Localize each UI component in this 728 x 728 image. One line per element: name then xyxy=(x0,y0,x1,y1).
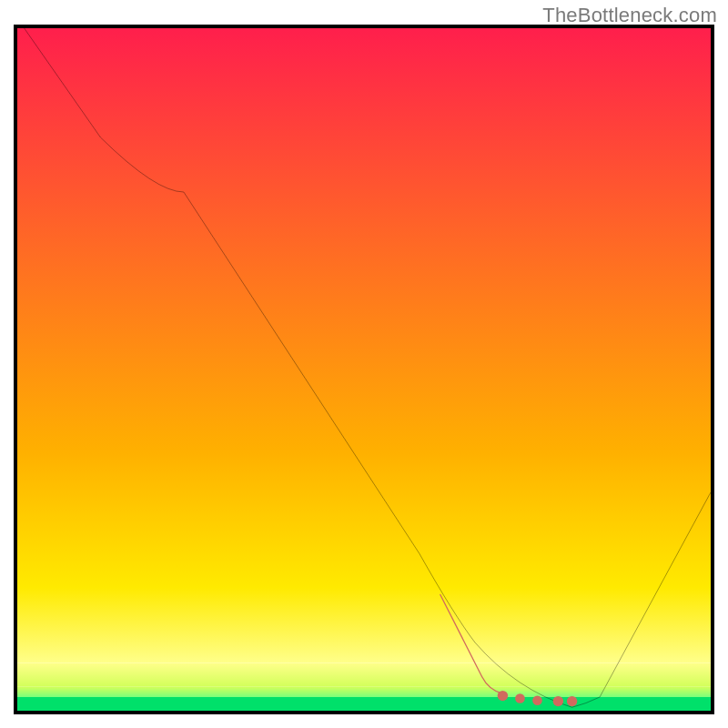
svg-point-9 xyxy=(553,696,563,706)
svg-point-8 xyxy=(532,696,542,706)
chart-container: TheBottleneck.com xyxy=(0,0,728,728)
svg-point-7 xyxy=(515,693,525,703)
plot-area xyxy=(14,25,714,714)
highlight-region-descent xyxy=(440,595,503,694)
svg-point-10 xyxy=(567,696,577,706)
series-layer xyxy=(17,28,711,711)
watermark-text: TheBottleneck.com xyxy=(542,4,717,27)
bottleneck-curve xyxy=(25,28,711,707)
svg-point-6 xyxy=(498,691,508,701)
